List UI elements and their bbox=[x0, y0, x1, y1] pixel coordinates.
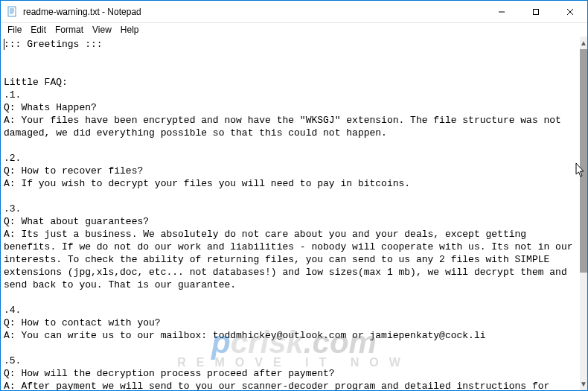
titlebar[interactable]: readme-warning.txt - Notepad bbox=[1, 1, 587, 23]
menu-file[interactable]: File bbox=[4, 25, 25, 35]
scroll-down-arrow-icon[interactable]: ▼ bbox=[580, 378, 587, 390]
document-text: ::: Greetings ::: Little FAQ: .1. Q: Wha… bbox=[4, 39, 578, 390]
window-title: readme-warning.txt - Notepad bbox=[23, 7, 141, 17]
menu-edit[interactable]: Edit bbox=[27, 25, 50, 35]
maximize-button[interactable] bbox=[519, 1, 553, 23]
notepad-window: readme-warning.txt - Notepad File Edit F… bbox=[0, 0, 588, 391]
menu-format[interactable]: Format bbox=[51, 25, 87, 35]
close-button[interactable] bbox=[553, 1, 587, 23]
notepad-app-icon bbox=[7, 6, 19, 18]
menubar: File Edit Format View Help bbox=[1, 23, 587, 36]
client-area: ::: Greetings ::: Little FAQ: .1. Q: Wha… bbox=[1, 36, 587, 390]
scroll-up-arrow-icon[interactable]: ▲ bbox=[580, 36, 587, 49]
scroll-track[interactable] bbox=[580, 49, 587, 378]
menu-view[interactable]: View bbox=[89, 25, 115, 35]
minimize-button[interactable] bbox=[485, 1, 519, 23]
scroll-thumb[interactable] bbox=[580, 49, 587, 273]
text-editor[interactable]: ::: Greetings ::: Little FAQ: .1. Q: Wha… bbox=[1, 36, 580, 390]
vertical-scrollbar[interactable]: ▲ ▼ bbox=[580, 36, 587, 390]
svg-rect-6 bbox=[534, 9, 539, 14]
menu-help[interactable]: Help bbox=[117, 25, 143, 35]
window-controls bbox=[485, 1, 587, 23]
